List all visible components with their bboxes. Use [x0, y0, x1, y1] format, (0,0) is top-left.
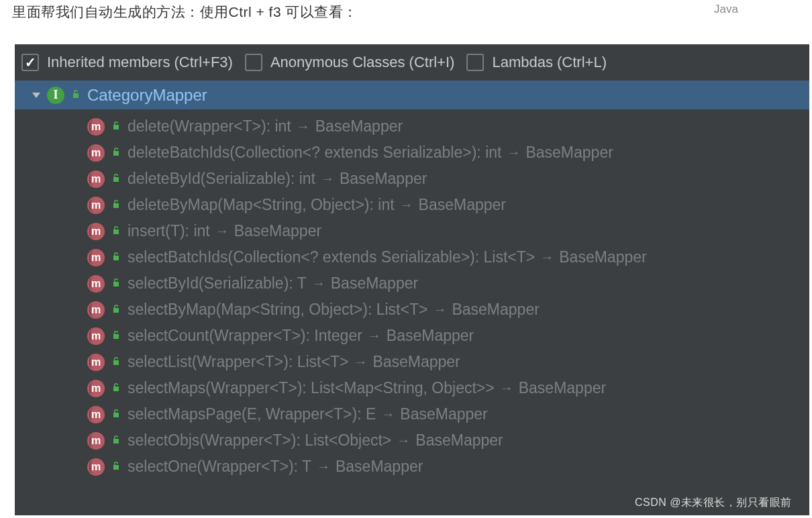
- class-name: CategoryMapper: [87, 86, 207, 105]
- open-lock-icon: [111, 173, 121, 185]
- method-signature: selectOne(Wrapper<T>): T: [128, 458, 311, 476]
- method-from: BaseMapper: [415, 431, 503, 450]
- open-lock-icon: [111, 199, 121, 211]
- checkbox-unchecked-icon: [466, 54, 484, 71]
- anonymous-classes-toggle[interactable]: Anonymous Classes (Ctrl+I): [245, 54, 454, 71]
- method-item[interactable]: mselectMapsPage(E, Wrapper<T>): E →BaseM…: [15, 401, 809, 427]
- open-lock-icon: [111, 121, 121, 133]
- arrow-right-icon: →: [507, 145, 520, 160]
- open-lock-icon: [111, 252, 121, 264]
- open-lock-icon: [111, 278, 121, 290]
- language-tag: Java: [646, 0, 807, 19]
- arrow-right-icon: →: [500, 380, 513, 396]
- arrow-right-icon: →: [540, 250, 554, 265]
- expand-arrow-icon: [32, 93, 40, 98]
- method-icon: m: [87, 354, 105, 371]
- arrow-right-icon: →: [354, 354, 367, 370]
- method-icon: m: [87, 432, 105, 450]
- watermark: CSDN @未来很长，别只看眼前: [635, 496, 792, 510]
- arrow-right-icon: →: [400, 197, 413, 213]
- inherited-members-toggle[interactable]: ✓ Inherited members (Ctrl+F3): [21, 54, 233, 71]
- method-item[interactable]: mdeleteBatchIds(Collection<? extends Ser…: [15, 140, 809, 166]
- method-item[interactable]: mselectCount(Wrapper<T>): Integer →BaseM…: [15, 323, 809, 349]
- method-item[interactable]: mdeleteByMap(Map<String, Object>): int →…: [15, 192, 809, 218]
- method-icon: m: [87, 275, 105, 293]
- arrow-right-icon: →: [433, 302, 446, 317]
- method-from: BaseMapper: [525, 144, 613, 162]
- arrow-right-icon: →: [397, 433, 410, 448]
- method-item[interactable]: mselectMaps(Wrapper<T>): List<Map<String…: [15, 375, 809, 401]
- arrow-right-icon: →: [297, 119, 310, 134]
- method-signature: deleteByMap(Map<String, Object>): int: [128, 196, 395, 214]
- arrow-right-icon: →: [321, 171, 334, 187]
- open-lock-icon: [71, 89, 81, 101]
- methods-list: mdelete(Wrapper<T>): int →BaseMappermdel…: [15, 109, 809, 480]
- arrow-right-icon: →: [317, 459, 330, 474]
- method-icon: m: [87, 144, 105, 162]
- method-from: BaseMapper: [234, 222, 321, 240]
- open-lock-icon: [111, 356, 121, 368]
- structure-popup: ✓ Inherited members (Ctrl+F3) Anonymous …: [15, 44, 809, 515]
- open-lock-icon: [111, 435, 121, 447]
- arrow-right-icon: →: [312, 276, 325, 291]
- checkbox-checked-icon: ✓: [21, 54, 39, 71]
- method-icon: m: [87, 223, 105, 240]
- toolbar: ✓ Inherited members (Ctrl+F3) Anonymous …: [15, 44, 809, 81]
- tree-root-selected[interactable]: I CategoryMapper: [15, 81, 809, 109]
- method-item[interactable]: mdelete(Wrapper<T>): int →BaseMapper: [15, 113, 809, 140]
- method-signature: selectObjs(Wrapper<T>): List<Object>: [128, 431, 391, 450]
- method-from: BaseMapper: [336, 458, 423, 476]
- method-icon: m: [87, 380, 105, 397]
- method-from: BaseMapper: [340, 170, 427, 188]
- method-signature: selectMaps(Wrapper<T>): List<Map<String,…: [128, 379, 495, 397]
- method-icon: m: [87, 170, 105, 188]
- method-signature: insert(T): int: [128, 222, 210, 240]
- arrow-right-icon: →: [215, 223, 229, 239]
- open-lock-icon: [111, 304, 121, 316]
- method-signature: selectByMap(Map<String, Object>): List<T…: [128, 301, 427, 319]
- method-from: BaseMapper: [331, 274, 418, 293]
- anon-label: Anonymous Classes (Ctrl+I): [270, 54, 454, 71]
- method-item[interactable]: mselectBatchIds(Collection<? extends Ser…: [15, 244, 809, 270]
- method-icon: m: [87, 249, 105, 266]
- method-from: BaseMapper: [387, 327, 474, 345]
- open-lock-icon: [111, 461, 121, 473]
- open-lock-icon: [111, 225, 121, 238]
- method-from: BaseMapper: [315, 117, 403, 136]
- method-icon: m: [87, 118, 105, 136]
- arrow-right-icon: →: [368, 328, 381, 344]
- method-from: BaseMapper: [519, 379, 606, 397]
- method-icon: m: [87, 406, 105, 423]
- method-signature: selectList(Wrapper<T>): List<T>: [128, 353, 348, 371]
- method-item[interactable]: mdeleteById(Serializable): int →BaseMapp…: [15, 166, 809, 192]
- interface-icon: I: [47, 87, 64, 104]
- method-item[interactable]: mselectById(Serializable): T →BaseMapper: [15, 270, 809, 297]
- method-signature: deleteById(Serializable): int: [128, 170, 315, 188]
- method-from: BaseMapper: [452, 301, 539, 319]
- method-signature: delete(Wrapper<T>): int: [128, 117, 291, 136]
- lambdas-label: Lambdas (Ctrl+L): [492, 54, 607, 71]
- method-signature: deleteBatchIds(Collection<? extends Seri…: [128, 144, 501, 162]
- method-icon: m: [87, 197, 105, 214]
- method-item[interactable]: mselectOne(Wrapper<T>): T →BaseMapper: [15, 454, 809, 480]
- open-lock-icon: [111, 147, 121, 159]
- method-signature: selectBatchIds(Collection<? extends Seri…: [128, 248, 535, 266]
- method-item[interactable]: mselectByMap(Map<String, Object>): List<…: [15, 297, 809, 323]
- method-signature: selectCount(Wrapper<T>): Integer: [128, 327, 362, 345]
- method-item[interactable]: mselectList(Wrapper<T>): List<T> →BaseMa…: [15, 349, 809, 375]
- method-icon: m: [87, 458, 105, 476]
- method-signature: selectById(Serializable): T: [128, 274, 307, 293]
- open-lock-icon: [111, 409, 121, 421]
- method-item[interactable]: minsert(T): int →BaseMapper: [15, 218, 809, 244]
- lambdas-toggle[interactable]: Lambdas (Ctrl+L): [466, 54, 607, 71]
- method-signature: selectMapsPage(E, Wrapper<T>): E: [128, 405, 376, 423]
- method-from: BaseMapper: [372, 353, 460, 371]
- checkbox-unchecked-icon: [245, 54, 262, 71]
- method-icon: m: [87, 301, 105, 319]
- open-lock-icon: [111, 330, 121, 342]
- arrow-right-icon: →: [381, 407, 395, 422]
- method-from: BaseMapper: [400, 405, 487, 423]
- inherited-label: Inherited members (Ctrl+F3): [47, 54, 233, 71]
- open-lock-icon: [111, 382, 121, 395]
- method-item[interactable]: mselectObjs(Wrapper<T>): List<Object> →B…: [15, 427, 809, 454]
